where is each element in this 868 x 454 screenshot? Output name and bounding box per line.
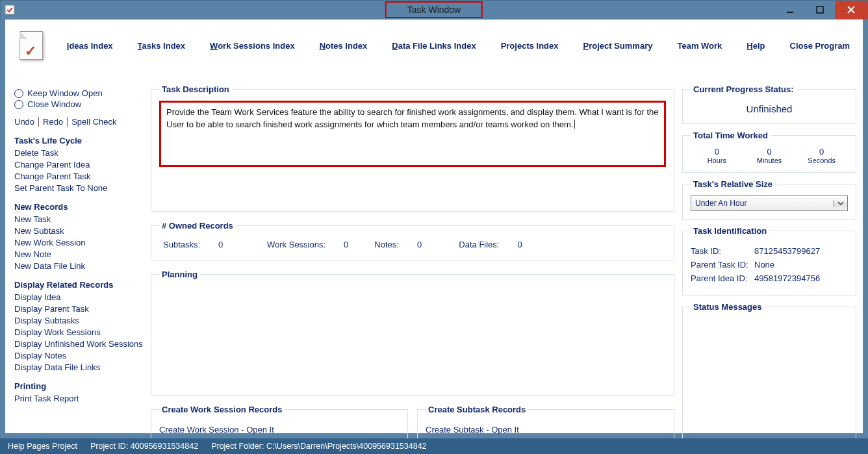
relative-size-value: Under An Hour	[691, 199, 834, 208]
menu-projects-index[interactable]: Projects Index	[501, 41, 559, 51]
link-display-data-file-links[interactable]: Display Data File Links	[14, 362, 143, 372]
menu-team-work[interactable]: Team Work	[677, 41, 722, 51]
app-icon	[1, 1, 19, 19]
group-lifecycle: Task's Life Cycle	[14, 136, 143, 145]
link-change-parent-task[interactable]: Change Parent Task	[14, 171, 143, 181]
radio-icon	[14, 100, 23, 109]
group-display-related: Display Related Records	[14, 280, 143, 290]
link-display-idea[interactable]: Display Idea	[14, 292, 143, 302]
value-data-files: 0	[517, 240, 522, 249]
chevron-down-icon	[834, 200, 847, 207]
redo-link[interactable]: Redo	[39, 117, 68, 127]
undo-link[interactable]: Undo	[14, 117, 39, 127]
relative-size-select[interactable]: Under An Hour	[691, 195, 848, 211]
window-title: Task Window	[385, 1, 483, 18]
link-print-task-report[interactable]: Print Task Report	[14, 394, 143, 403]
ttw-minutes-label: Minutes	[743, 157, 796, 164]
ttw-hours: 0	[691, 147, 743, 157]
link-display-unfinished-ws[interactable]: Display Unfinished Work Sessions	[14, 339, 143, 349]
close-button[interactable]	[835, 1, 867, 19]
link-new-note[interactable]: New Note	[14, 249, 143, 259]
group-printing: Printing	[14, 381, 143, 391]
menu-help[interactable]: Help	[747, 41, 765, 51]
fieldset-relative-size: Task's Relative Size Under An Hour	[682, 179, 856, 220]
menu-bar: ✓ Ideas Index Tasks Index Work Sessions …	[5, 19, 863, 71]
legend-ttw: Total Time Worked	[691, 131, 771, 140]
link-display-work-sessions[interactable]: Display Work Sessions	[14, 327, 143, 337]
legend-relative-size: Task's Relative Size	[691, 179, 775, 189]
fieldset-progress-status: Current Progress Status: Unfinished	[682, 84, 856, 124]
status-project-folder: Project Folder: C:\Users\Darren\Projects…	[211, 442, 426, 451]
label-parent-idea-id: Parent Idea ID:	[691, 273, 754, 283]
task-description-text: Provide the Team Work Services feature t…	[166, 107, 658, 129]
svg-rect-2	[817, 6, 823, 13]
link-new-work-session[interactable]: New Work Session	[14, 238, 143, 247]
group-new-records: New Records	[14, 202, 143, 212]
label-parent-task-id: Parent Task ID:	[691, 260, 754, 270]
menu-project-summary[interactable]: Project Summary	[583, 41, 653, 51]
fieldset-task-identification: Task Identification Task ID:871254537996…	[682, 226, 856, 296]
fieldset-status-messages: Status Messages	[682, 302, 856, 454]
value-parent-idea-id: 49581972394756	[754, 273, 820, 283]
radio-keep-window-open[interactable]: Keep Window Open	[14, 88, 143, 98]
fieldset-planning: Planning	[151, 270, 674, 396]
link-display-parent-task[interactable]: Display Parent Task	[14, 304, 143, 314]
legend-create-ws: Create Work Session Records	[159, 405, 285, 414]
label-work-sessions: Work Sessions:	[267, 240, 326, 249]
value-subtasks: 0	[218, 240, 223, 249]
task-description-input[interactable]: Provide the Team Work Services feature t…	[159, 101, 666, 167]
fieldset-task-description: Task Description Provide the Team Work S…	[151, 84, 674, 212]
app-logo-icon: ✓	[17, 31, 29, 60]
legend-create-subtask: Create Subtask Records	[426, 405, 528, 414]
value-work-sessions: 0	[344, 240, 348, 249]
menu-notes-index[interactable]: Notes Index	[320, 41, 368, 51]
svg-rect-0	[5, 5, 14, 14]
link-new-subtask[interactable]: New Subtask	[14, 226, 143, 236]
status-help-project[interactable]: Help Pages Project	[8, 442, 77, 451]
link-new-task[interactable]: New Task	[14, 214, 143, 224]
link-new-data-file-link[interactable]: New Data File Link	[14, 261, 143, 271]
link-display-subtasks[interactable]: Display Subtasks	[14, 316, 143, 325]
minimize-button[interactable]	[775, 1, 805, 19]
menu-tasks-index[interactable]: Tasks Index	[138, 41, 185, 51]
legend-status-messages: Status Messages	[691, 302, 765, 312]
right-panel: Current Progress Status: Unfinished Tota…	[682, 84, 856, 429]
legend-task-description: Task Description	[159, 84, 232, 94]
menu-close-program[interactable]: Close Program	[790, 41, 850, 51]
sidebar: Keep Window Open Close Window Undo Redo …	[14, 87, 143, 405]
title-bar: Task Window	[0, 0, 868, 19]
link-set-parent-task-none[interactable]: Set Parent Task To None	[14, 183, 143, 193]
value-parent-task-id: None	[754, 260, 774, 270]
spell-check-link[interactable]: Spell Check	[68, 117, 120, 127]
legend-owned-records: # Owned Records	[159, 221, 236, 231]
progress-status-value: Unfinished	[691, 101, 848, 116]
radio-close-window[interactable]: Close Window	[14, 99, 143, 109]
legend-task-id: Task Identification	[691, 226, 769, 236]
status-bar: Help Pages Project Project ID: 400956931…	[0, 438, 868, 454]
link-create-subtask-open[interactable]: Create Subtask - Open It	[426, 425, 666, 435]
main-area: Task Description Provide the Team Work S…	[151, 84, 674, 429]
link-display-notes[interactable]: Display Notes	[14, 351, 143, 360]
menu-ideas-index[interactable]: Ideas Index	[67, 41, 113, 51]
menu-data-file-links-index[interactable]: Data File Links Index	[392, 41, 476, 51]
ttw-minutes: 0	[743, 147, 796, 157]
maximize-button[interactable]	[805, 1, 835, 19]
ttw-seconds-label: Seconds	[795, 157, 848, 164]
link-create-ws-open[interactable]: Create Work Session - Open It	[159, 425, 400, 435]
status-project-id: Project ID: 400956931534842	[90, 442, 198, 451]
fieldset-owned-records: # Owned Records Subtasks:0 Work Sessions…	[151, 221, 674, 260]
link-change-parent-idea[interactable]: Change Parent Idea	[14, 160, 143, 170]
label-task-id: Task ID:	[691, 246, 754, 256]
fieldset-total-time-worked: Total Time Worked 0Hours 0Minutes 0Secon…	[682, 131, 856, 173]
ttw-seconds: 0	[795, 147, 848, 157]
menu-work-sessions-index[interactable]: Work Sessions Index	[210, 41, 295, 51]
svg-rect-1	[787, 12, 793, 13]
label-notes: Notes:	[374, 240, 399, 249]
link-delete-task[interactable]: Delete Task	[14, 148, 143, 158]
ttw-hours-label: Hours	[691, 157, 743, 164]
label-data-files: Data Files:	[459, 240, 499, 249]
legend-progress-status: Current Progress Status:	[691, 84, 797, 94]
value-task-id: 87125453799627	[754, 246, 820, 256]
label-subtasks: Subtasks:	[163, 240, 200, 249]
legend-planning: Planning	[159, 270, 200, 279]
